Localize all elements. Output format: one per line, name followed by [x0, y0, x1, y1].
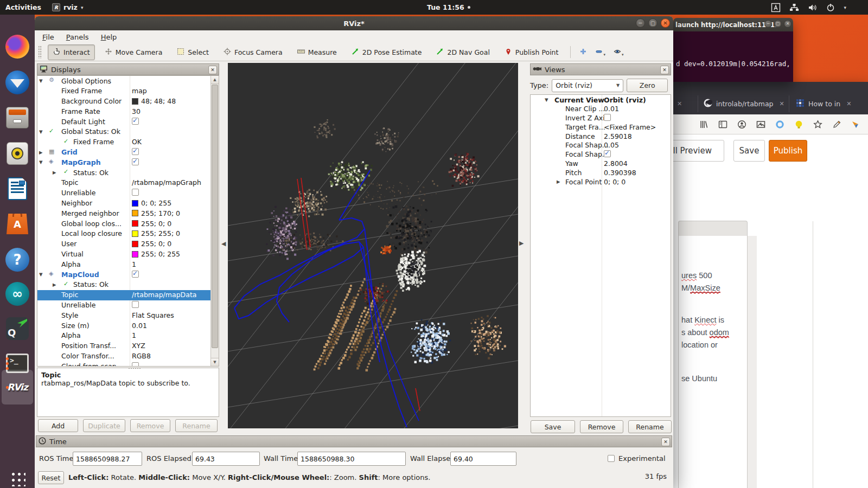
displays-scrollbar[interactable]: ▲ ▼ [210, 76, 219, 366]
browser-tab[interactable]: introlab/rtabmap✕ [699, 95, 789, 112]
dock-item-thunderbird[interactable] [5, 70, 30, 95]
property-value[interactable]: 0.390398 [604, 169, 636, 177]
expander-closed-icon[interactable]: ▶ [53, 170, 56, 175]
zero-button[interactable]: Zero [627, 79, 668, 92]
expander-closed-icon[interactable]: ▶ [39, 150, 43, 155]
activities-button[interactable]: Activities [5, 0, 41, 15]
lightbulb-icon[interactable] [794, 119, 803, 129]
tool-2d-pose-estimate[interactable]: 2D Pose Estimate [347, 44, 427, 60]
close-icon[interactable]: ✕ [208, 66, 217, 74]
checkbox-unchecked[interactable] [608, 455, 615, 462]
expander-open-icon[interactable]: ▼ [39, 159, 43, 165]
tool-interact[interactable]: Interact [48, 44, 95, 60]
checkbox-unchecked[interactable] [132, 301, 139, 308]
save-image-icon[interactable] [756, 119, 765, 129]
close-icon[interactable]: ✕ [661, 18, 670, 28]
property-value[interactable]: 0.05 [604, 141, 619, 149]
remove-button[interactable]: Remove [580, 420, 623, 433]
tool-2d-nav-goal[interactable]: 2D Nav Goal [431, 44, 494, 60]
property-row[interactable]: ▶Focal Point0; 0; 0 [531, 177, 671, 186]
expander-open-icon[interactable]: ▼ [39, 272, 43, 277]
rviz-titlebar[interactable]: RViz* [35, 16, 673, 30]
collapse-left-handle[interactable]: ◀ [221, 240, 226, 247]
time-field-input[interactable]: 1588650988.30 [297, 452, 406, 466]
close-icon[interactable]: ✕ [677, 100, 682, 107]
property-value[interactable] [604, 114, 611, 121]
reset-button[interactable]: Reset [38, 471, 64, 484]
checkbox-checked[interactable] [132, 148, 139, 155]
clock[interactable]: Tue 11:56 [427, 0, 470, 15]
property-row[interactable]: Pitch0.390398 [531, 168, 671, 177]
property-row[interactable]: Neighbor0; 0; 255 [37, 198, 212, 209]
system-tray[interactable]: ▾ [771, 0, 846, 15]
app-menu[interactable]: R rviz ▾ [52, 0, 83, 15]
time-field-input[interactable]: 69.43 [192, 452, 260, 466]
duplicate-button[interactable]: Duplicate [83, 419, 125, 432]
property-value[interactable]: 255; 0; 0 [132, 240, 171, 248]
property-row[interactable]: ▶✓Status: Ok [37, 168, 212, 178]
dock-item-help[interactable]: ? [5, 247, 30, 272]
property-row[interactable]: Target Fra...<Fixed Frame> [531, 122, 671, 131]
menu-item-help[interactable]: Help [101, 33, 117, 41]
property-value[interactable]: 255; 0; 255 [132, 250, 180, 258]
scroll-down-icon[interactable]: ▼ [211, 358, 219, 366]
property-row[interactable]: Alpha1 [37, 331, 212, 341]
rename-button[interactable]: Rename [628, 420, 672, 433]
property-value[interactable]: OK [132, 138, 142, 146]
time-panel-header[interactable]: Time ✕ [36, 435, 672, 447]
property-value[interactable]: map [132, 87, 147, 95]
property-row[interactable]: ▼◈MapGraph [37, 157, 212, 168]
star-icon[interactable] [813, 119, 822, 129]
property-value[interactable]: 48; 48; 48 [132, 97, 176, 105]
property-row[interactable]: Yaw2.8004 [531, 159, 671, 168]
property-row[interactable]: Size (m)0.01 [37, 320, 212, 331]
property-value[interactable]: Flat Squares [132, 311, 174, 319]
checkbox-unchecked[interactable] [604, 114, 611, 121]
maximize-icon[interactable]: ▢ [648, 18, 658, 28]
property-row[interactable]: ✓Fixed FrameOK [37, 137, 212, 147]
expander-closed-icon[interactable]: ▶ [557, 179, 560, 184]
expander-open-icon[interactable]: ▼ [39, 129, 43, 134]
dock-item-rviz[interactable]: RViz [5, 375, 30, 400]
show-applications-button[interactable] [5, 466, 30, 488]
property-value[interactable] [132, 118, 139, 125]
property-value[interactable]: 1 [132, 331, 136, 339]
property-value[interactable]: /rtabmap/mapData [132, 291, 196, 299]
dock-item-ubuntu-software[interactable]: A [5, 211, 30, 236]
maximize-icon[interactable]: ▢ [774, 20, 782, 28]
dock-item-arduino[interactable]: ∞ [5, 281, 30, 306]
expander-open-icon[interactable]: ▼ [545, 97, 548, 102]
property-value[interactable]: 255; 170; 0 [132, 209, 180, 217]
property-value[interactable]: 255; 255; 0 [132, 229, 180, 237]
tool-focus-camera[interactable]: Focus Camera [219, 44, 288, 60]
send-arrow-icon[interactable] [851, 119, 860, 129]
close-icon[interactable]: ✕ [661, 438, 670, 446]
close-icon[interactable]: ✕ [780, 100, 784, 107]
property-row[interactable]: Focal Shap... [531, 150, 671, 159]
dock-item-files[interactable] [5, 105, 30, 130]
property-row[interactable]: Topic/rtabmap/mapGraph [37, 178, 212, 188]
editor-tab-strip[interactable] [678, 221, 748, 236]
add-button[interactable]: Add [38, 419, 78, 432]
property-value[interactable]: 0.01 [132, 322, 147, 330]
dock-item-qv2ray[interactable]: Q [5, 316, 30, 341]
property-row[interactable]: ▼⚙Global Options [37, 76, 212, 86]
property-value[interactable]: 0; 0; 0 [604, 178, 626, 186]
property-row[interactable]: Global loop clos...255; 0; 0 [37, 219, 212, 229]
volume-icon[interactable] [808, 3, 818, 12]
minimize-icon[interactable]: − [636, 18, 645, 28]
checkbox-checked[interactable] [132, 158, 139, 165]
3d-viewport[interactable] [228, 63, 518, 428]
checkbox-checked[interactable] [604, 150, 611, 157]
property-row[interactable]: ▼◈MapCloud [37, 269, 212, 280]
power-icon[interactable] [826, 3, 835, 12]
property-row[interactable]: Local loop closure255; 255; 0 [37, 229, 212, 239]
checkbox-unchecked[interactable] [132, 189, 139, 196]
toolbar-button-eye-icon[interactable]: ▾ [612, 45, 626, 60]
save-button[interactable]: Save [531, 420, 575, 433]
property-value[interactable]: 255; 0; 0 [132, 220, 171, 228]
property-value[interactable]: Orbit (rviz) [604, 96, 646, 104]
property-value[interactable]: 2.8004 [604, 159, 628, 168]
minimize-icon[interactable]: − [764, 20, 772, 28]
property-value[interactable] [132, 271, 139, 278]
